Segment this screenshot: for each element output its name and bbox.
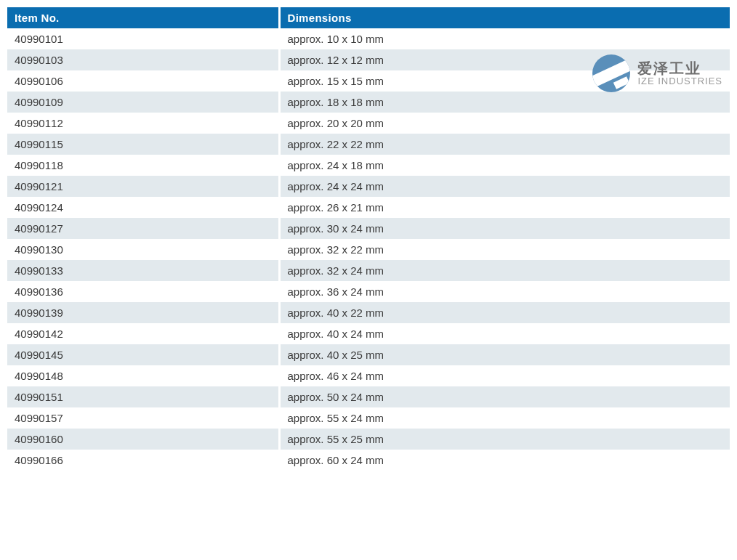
cell-item-no: 40990139	[7, 302, 279, 323]
table-row: 40990142approx. 40 x 24 mm	[7, 323, 730, 344]
table-row: 40990148approx. 46 x 24 mm	[7, 365, 730, 386]
table-row: 40990124approx. 26 x 21 mm	[7, 197, 730, 218]
cell-dimensions: approx. 32 x 22 mm	[279, 239, 730, 260]
header-item-no: Item No.	[7, 7, 279, 28]
cell-dimensions: approx. 10 x 10 mm	[279, 28, 730, 49]
dimensions-table: Item No. Dimensions 40990101approx. 10 x…	[7, 7, 730, 471]
table-body: 40990101approx. 10 x 10 mm 40990103appro…	[7, 28, 730, 471]
cell-item-no: 40990112	[7, 113, 279, 134]
cell-item-no: 40990148	[7, 365, 279, 386]
cell-dimensions: approx. 20 x 20 mm	[279, 113, 730, 134]
table-row: 40990157approx. 55 x 24 mm	[7, 407, 730, 429]
table-row: 40990136approx. 36 x 24 mm	[7, 281, 730, 302]
cell-item-no: 40990130	[7, 239, 279, 260]
cell-item-no: 40990142	[7, 323, 279, 344]
table-row: 40990145approx. 40 x 25 mm	[7, 344, 730, 365]
table-row: 40990130approx. 32 x 22 mm	[7, 239, 730, 260]
cell-item-no: 40990101	[7, 28, 279, 49]
cell-dimensions: approx. 40 x 24 mm	[279, 323, 730, 344]
table-row: 40990115approx. 22 x 22 mm	[7, 134, 730, 155]
cell-item-no: 40990157	[7, 407, 279, 429]
cell-item-no: 40990151	[7, 386, 279, 407]
cell-item-no: 40990127	[7, 218, 279, 239]
cell-item-no: 40990106	[7, 70, 279, 92]
table-row: 40990118approx. 24 x 18 mm	[7, 155, 730, 176]
cell-item-no: 40990124	[7, 197, 279, 218]
header-dimensions: Dimensions	[279, 7, 730, 28]
cell-dimensions: approx. 40 x 22 mm	[279, 302, 730, 323]
cell-dimensions: approx. 15 x 15 mm	[279, 70, 730, 92]
cell-dimensions: approx. 55 x 25 mm	[279, 429, 730, 450]
cell-dimensions: approx. 36 x 24 mm	[279, 281, 730, 302]
cell-item-no: 40990115	[7, 134, 279, 155]
cell-dimensions: approx. 30 x 24 mm	[279, 218, 730, 239]
cell-item-no: 40990145	[7, 344, 279, 365]
table-row: 40990109approx. 18 x 18 mm	[7, 92, 730, 113]
cell-item-no: 40990136	[7, 281, 279, 302]
table-header-row: Item No. Dimensions	[7, 7, 730, 28]
cell-item-no: 40990133	[7, 260, 279, 281]
table-row: 40990151approx. 50 x 24 mm	[7, 386, 730, 407]
cell-dimensions: approx. 24 x 18 mm	[279, 155, 730, 176]
cell-dimensions: approx. 46 x 24 mm	[279, 365, 730, 386]
table-row: 40990112approx. 20 x 20 mm	[7, 113, 730, 134]
cell-dimensions: approx. 24 x 24 mm	[279, 176, 730, 197]
cell-item-no: 40990118	[7, 155, 279, 176]
cell-dimensions: approx. 26 x 21 mm	[279, 197, 730, 218]
table-row: 40990127approx. 30 x 24 mm	[7, 218, 730, 239]
cell-dimensions: approx. 22 x 22 mm	[279, 134, 730, 155]
table-row: 40990160approx. 55 x 25 mm	[7, 429, 730, 450]
table-row: 40990166approx. 60 x 24 mm	[7, 450, 730, 471]
cell-dimensions: approx. 32 x 24 mm	[279, 260, 730, 281]
table-row: 40990101approx. 10 x 10 mm	[7, 28, 730, 49]
cell-dimensions: approx. 55 x 24 mm	[279, 407, 730, 429]
table-row: 40990133approx. 32 x 24 mm	[7, 260, 730, 281]
cell-item-no: 40990160	[7, 429, 279, 450]
cell-item-no: 40990166	[7, 450, 279, 471]
cell-item-no: 40990121	[7, 176, 279, 197]
cell-item-no: 40990109	[7, 92, 279, 113]
cell-dimensions: approx. 50 x 24 mm	[279, 386, 730, 407]
cell-dimensions: approx. 12 x 12 mm	[279, 49, 730, 70]
cell-item-no: 40990103	[7, 49, 279, 70]
table-row: 40990139approx. 40 x 22 mm	[7, 302, 730, 323]
cell-dimensions: approx. 60 x 24 mm	[279, 450, 730, 471]
cell-dimensions: approx. 40 x 25 mm	[279, 344, 730, 365]
table-row: 40990103approx. 12 x 12 mm	[7, 49, 730, 70]
table-row: 40990106approx. 15 x 15 mm	[7, 70, 730, 92]
table-row: 40990121approx. 24 x 24 mm	[7, 176, 730, 197]
cell-dimensions: approx. 18 x 18 mm	[279, 92, 730, 113]
